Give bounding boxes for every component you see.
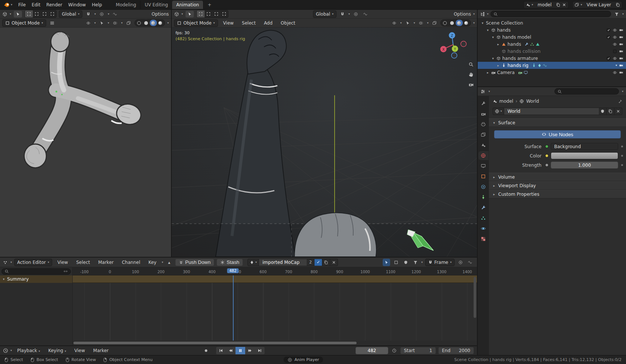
- snap-toggle[interactable]: [85, 10, 92, 18]
- shading-solid[interactable]: [143, 20, 150, 26]
- anim-player-status[interactable]: Anim Player: [284, 357, 323, 363]
- extra-menus-dropdown[interactable]: ▾: [162, 261, 163, 264]
- add-workspace-button[interactable]: +: [203, 1, 215, 9]
- menu-object[interactable]: Object: [278, 20, 298, 26]
- properties-tab-collection[interactable]: [478, 162, 489, 170]
- chevron-down-icon[interactable]: ▾: [414, 22, 415, 25]
- outliner-row-hands-collision[interactable]: hands collision: [478, 48, 626, 55]
- channel-search-input[interactable]: [1, 268, 71, 275]
- chevron-down-icon[interactable]: ▾: [348, 13, 350, 16]
- render-visibility-icon[interactable]: [619, 63, 623, 68]
- viewport-display-panel-header[interactable]: ▸ Viewport Display: [489, 181, 626, 190]
- shading-solid[interactable]: [449, 20, 456, 26]
- eye-icon[interactable]: [613, 35, 617, 39]
- render-visibility-icon[interactable]: [619, 35, 623, 39]
- surface-panel-header[interactable]: ▾ Surface: [489, 118, 626, 127]
- select-mode-new[interactable]: [197, 10, 205, 17]
- menu-file[interactable]: File: [15, 1, 29, 8]
- disclosure-icon[interactable]: ▸: [496, 64, 500, 67]
- menu-marker[interactable]: Marker: [95, 260, 116, 265]
- render-visibility-icon[interactable]: [619, 56, 623, 61]
- breadcrumb-scene[interactable]: model: [499, 99, 513, 104]
- disclosure-icon[interactable]: ▸: [486, 71, 490, 74]
- outliner-row-camera[interactable]: ▸ Camera: [478, 69, 626, 76]
- properties-tab-tool[interactable]: [478, 99, 489, 108]
- close-icon[interactable]: [562, 3, 566, 7]
- editor-type-timeline-icon[interactable]: [3, 348, 8, 353]
- orientation-dropdown[interactable]: Global ▾: [59, 10, 82, 18]
- summary-channel[interactable]: ▾ Summary: [0, 275, 72, 283]
- next-keyframe-button[interactable]: [245, 347, 255, 354]
- outliner-row-scene-collection[interactable]: ▾ Scene Collection: [478, 19, 626, 26]
- new-action-button[interactable]: [322, 259, 330, 266]
- shading-material-preview[interactable]: [456, 20, 463, 26]
- select-mode-extend[interactable]: [205, 10, 212, 17]
- pan-hand-icon[interactable]: [468, 72, 474, 77]
- properties-search-input[interactable]: [554, 88, 619, 95]
- menu-keying[interactable]: Keying ▾: [45, 348, 69, 353]
- xray-toggle[interactable]: [431, 19, 438, 27]
- menu-add[interactable]: Add: [261, 20, 275, 26]
- outliner-row-hands-mesh[interactable]: ▸ hands: [478, 41, 626, 48]
- disclosure-icon[interactable]: ▾: [491, 35, 495, 39]
- snap-mode-dropdown[interactable]: Frame ▾: [425, 259, 455, 266]
- object-visibility-dropdown[interactable]: [85, 19, 92, 27]
- previous-keyframe-button[interactable]: [226, 347, 235, 354]
- show-hidden-toggle[interactable]: [392, 259, 400, 266]
- camera-view-icon[interactable]: [468, 82, 474, 87]
- overlays-dropdown[interactable]: [111, 19, 119, 27]
- chevron-down-icon[interactable]: ▾: [108, 13, 109, 16]
- pause-button[interactable]: [235, 347, 245, 354]
- fake-user-toggle[interactable]: [599, 108, 607, 115]
- hide-toggle[interactable]: ▾: [616, 64, 617, 67]
- proportional-edit-toggle[interactable]: [98, 10, 105, 18]
- world-browse-button[interactable]: ▾: [493, 108, 504, 115]
- world-name-field[interactable]: World: [504, 108, 599, 115]
- decorator-dot-icon[interactable]: [621, 155, 623, 157]
- menu-view[interactable]: View: [72, 348, 88, 353]
- proportional-edit-toggle[interactable]: [352, 10, 360, 18]
- tweak-tool-button[interactable]: [185, 10, 194, 18]
- render-visibility-icon[interactable]: [619, 70, 623, 75]
- frame-end-field[interactable]: End 2000: [438, 347, 474, 354]
- disclosure-icon[interactable]: ▾: [486, 28, 490, 32]
- properties-tab-world[interactable]: [478, 151, 489, 160]
- menu-edit[interactable]: Edit: [29, 1, 43, 8]
- chevron-down-icon[interactable]: ▾: [400, 22, 402, 25]
- properties-tab-physics-world[interactable]: [478, 224, 489, 233]
- editor-type-3d-icon[interactable]: [174, 12, 179, 17]
- select-mode-invert[interactable]: [48, 10, 56, 17]
- current-frame-field[interactable]: 482: [355, 347, 388, 354]
- gizmos-dropdown[interactable]: [98, 19, 105, 27]
- render-visibility-icon[interactable]: [619, 28, 623, 32]
- navigation-gizmo[interactable]: Z X Y: [439, 31, 467, 59]
- surface-shader-dropdown[interactable]: Background: [551, 143, 618, 150]
- orientation-dropdown[interactable]: Global ▾: [313, 10, 336, 18]
- menu-window[interactable]: Window: [65, 1, 89, 8]
- show-errors-toggle[interactable]: [402, 259, 410, 266]
- chevron-down-icon[interactable]: ▾: [473, 22, 475, 25]
- xray-toggle[interactable]: [125, 19, 132, 27]
- outliner-row-hands-armature[interactable]: ▾ hands armature: [478, 55, 626, 62]
- shading-wireframe[interactable]: [442, 20, 449, 26]
- breadcrumb-world[interactable]: World: [526, 99, 539, 104]
- jump-to-start-button[interactable]: [216, 347, 226, 354]
- properties-tab-object-data[interactable]: [478, 193, 489, 202]
- editor-type-properties-icon[interactable]: [480, 89, 486, 94]
- select-mode-subtract[interactable]: [41, 10, 48, 17]
- select-mode-extend[interactable]: [33, 10, 41, 17]
- outliner-row-hands[interactable]: ▾ hands: [478, 26, 626, 33]
- eye-icon[interactable]: [613, 70, 617, 75]
- properties-tab-output[interactable]: [478, 120, 489, 129]
- shading-material-preview[interactable]: [150, 20, 157, 26]
- eye-icon[interactable]: [613, 28, 617, 32]
- layer-up-button[interactable]: ▴: [165, 259, 173, 266]
- action-name-field[interactable]: imported MoCap: [259, 259, 307, 266]
- chevron-down-icon[interactable]: ▾: [94, 22, 96, 25]
- properties-tab-texture[interactable]: [478, 234, 489, 243]
- editor-type-dopesheet-icon[interactable]: [3, 260, 8, 265]
- render-visibility-icon[interactable]: [619, 49, 623, 54]
- viewport-canvas-left[interactable]: [0, 28, 171, 257]
- menu-select[interactable]: Select: [73, 260, 93, 265]
- menu-help[interactable]: Help: [89, 1, 105, 8]
